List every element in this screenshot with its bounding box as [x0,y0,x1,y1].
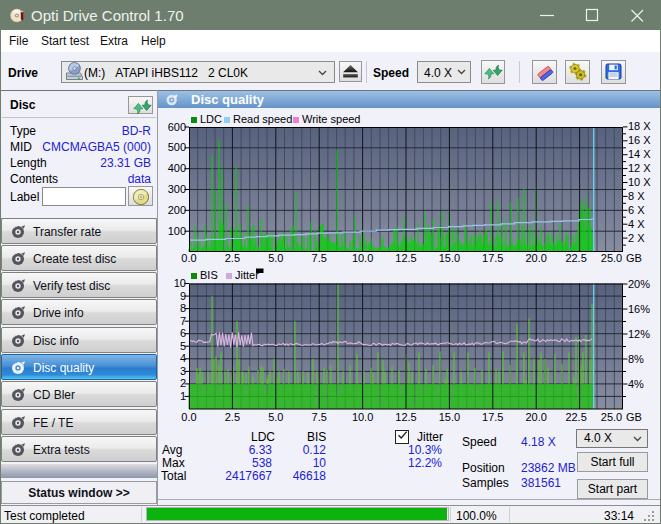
svg-text:600: 600 [168,121,186,133]
svg-text:LDC: LDC [200,113,222,125]
svg-text:2.5: 2.5 [225,252,240,264]
svg-text:400: 400 [168,162,186,174]
svg-text:300: 300 [168,183,186,195]
svg-text:6 X: 6 X [628,204,645,216]
svg-text:22.5: 22.5 [565,411,586,423]
svg-text:10 X: 10 X [628,176,651,188]
svg-text:25.0: 25.0 [601,411,622,423]
svg-text:2: 2 [180,377,186,389]
svg-text:2 X: 2 X [628,232,645,244]
svg-text:0.0: 0.0 [181,411,196,423]
svg-text:7.5: 7.5 [312,411,327,423]
svg-text:GB: GB [626,411,642,423]
svg-text:12 X: 12 X [628,162,651,174]
svg-text:5.0: 5.0 [268,411,283,423]
svg-text:10.0: 10.0 [352,411,373,423]
svg-text:5.0: 5.0 [268,252,283,264]
svg-text:Read speed: Read speed [233,113,292,125]
svg-text:14 X: 14 X [628,148,651,160]
svg-text:10: 10 [174,277,186,289]
svg-text:20.0: 20.0 [525,252,546,264]
svg-text:20.0: 20.0 [525,411,546,423]
svg-text:4: 4 [180,352,186,364]
svg-text:22.5: 22.5 [565,252,586,264]
svg-text:4%: 4% [628,378,644,390]
svg-text:18 X: 18 X [628,120,651,132]
svg-text:GB: GB [626,252,642,264]
svg-text:0.0: 0.0 [181,252,196,264]
svg-text:10.0: 10.0 [352,252,373,264]
svg-text:17.5: 17.5 [482,252,503,264]
svg-text:Write speed: Write speed [302,113,361,125]
svg-text:15.0: 15.0 [439,411,460,423]
svg-text:7.5: 7.5 [312,252,327,264]
svg-text:200: 200 [168,204,186,216]
svg-text:12.5: 12.5 [395,252,416,264]
svg-text:15.0: 15.0 [439,252,460,264]
svg-text:2.5: 2.5 [225,411,240,423]
svg-text:16 X: 16 X [628,134,651,146]
svg-text:BIS: BIS [200,269,218,281]
svg-text:16%: 16% [628,303,650,315]
svg-text:Jitter: Jitter [235,269,259,281]
svg-text:12.5: 12.5 [395,411,416,423]
svg-text:12%: 12% [628,328,650,340]
svg-text:500: 500 [168,141,186,153]
svg-text:17.5: 17.5 [482,411,503,423]
svg-text:100: 100 [168,225,186,237]
svg-text:25.0: 25.0 [601,252,622,264]
svg-text:8 X: 8 X [628,190,645,202]
svg-text:20%: 20% [628,278,650,290]
svg-text:3: 3 [180,365,186,377]
svg-text:4 X: 4 X [628,218,645,230]
svg-text:8%: 8% [628,353,644,365]
